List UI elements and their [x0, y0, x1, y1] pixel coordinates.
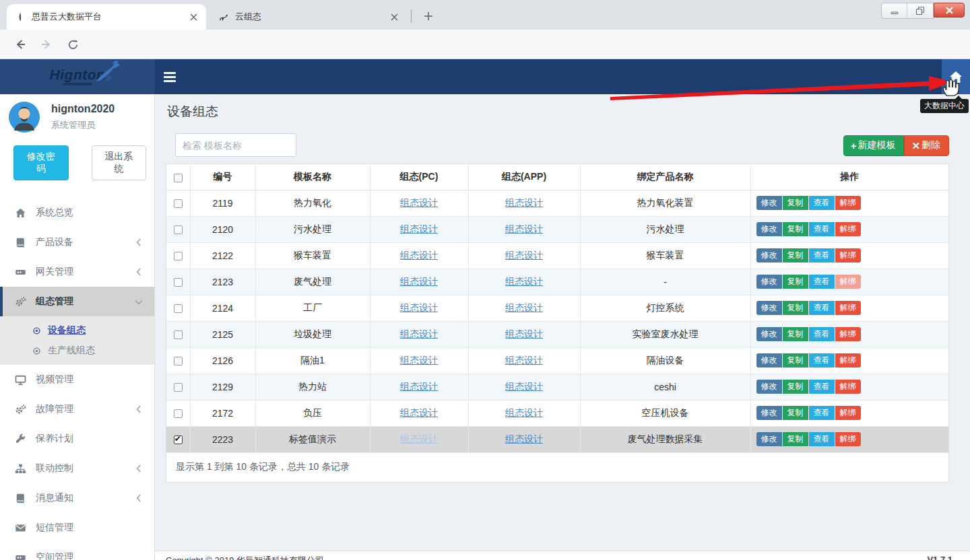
reload-button[interactable] — [63, 35, 82, 54]
copy-button[interactable]: 复制 — [783, 353, 808, 368]
sidebar-item-5[interactable]: 故障管理 — [0, 394, 154, 424]
row-checkbox[interactable] — [174, 252, 183, 260]
unbind-button[interactable]: 解绑 — [835, 353, 861, 368]
unbind-button[interactable]: 解绑 — [835, 301, 861, 315]
view-button[interactable]: 查看 — [809, 406, 835, 420]
copy-button[interactable]: 复制 — [783, 196, 808, 210]
view-button[interactable]: 查看 — [809, 196, 835, 210]
sidebar-item-8[interactable]: 消息通知 — [0, 483, 154, 513]
config-design-link-app[interactable]: 组态设计 — [505, 381, 543, 392]
window-restore-button[interactable] — [907, 3, 933, 18]
copy-button[interactable]: 复制 — [783, 248, 808, 262]
forward-button[interactable] — [37, 35, 56, 54]
copy-button[interactable]: 复制 — [783, 222, 808, 236]
config-design-link-app[interactable]: 组态设计 — [505, 302, 543, 313]
sidebar-item-0[interactable]: 系统总览 — [0, 198, 154, 228]
unbind-button[interactable]: 解绑 — [835, 275, 861, 289]
copy-button[interactable]: 复制 — [783, 406, 808, 420]
row-checkbox[interactable] — [174, 199, 183, 208]
config-design-link-pc[interactable]: 组态设计 — [400, 223, 438, 234]
copy-button[interactable]: 复制 — [783, 327, 808, 341]
back-button[interactable] — [11, 35, 30, 54]
config-design-link-app[interactable]: 组态设计 — [505, 407, 543, 418]
edit-button[interactable]: 修改 — [756, 353, 782, 368]
tab-inactive[interactable]: 云组态 — [210, 4, 407, 30]
sidebar-item-4[interactable]: 视频管理 — [0, 365, 154, 394]
edit-button[interactable]: 修改 — [756, 301, 782, 315]
tab-close-icon[interactable] — [187, 11, 199, 23]
edit-button[interactable]: 修改 — [756, 432, 782, 446]
config-design-link-app[interactable]: 组态设计 — [505, 328, 543, 339]
config-design-link-pc[interactable]: 组态设计 — [400, 407, 438, 418]
config-design-link-pc[interactable]: 组态设计 — [400, 433, 438, 444]
window-minimize-button[interactable] — [882, 3, 907, 18]
window-close-button[interactable] — [934, 3, 965, 18]
tab-active[interactable]: 思普云大数据平台 — [7, 4, 206, 30]
config-design-link-app[interactable]: 组态设计 — [505, 433, 543, 444]
config-design-link-app[interactable]: 组态设计 — [505, 355, 543, 365]
sidebar-item-3[interactable]: 组态管理 — [0, 287, 154, 316]
row-checkbox[interactable] — [174, 435, 183, 444]
row-checkbox[interactable] — [174, 330, 183, 339]
config-design-link-pc[interactable]: 组态设计 — [400, 381, 438, 392]
view-button[interactable]: 查看 — [809, 222, 835, 236]
edit-button[interactable]: 修改 — [756, 406, 782, 420]
edit-button[interactable]: 修改 — [756, 248, 782, 262]
edit-button[interactable]: 修改 — [756, 327, 782, 341]
select-all-checkbox[interactable] — [174, 174, 183, 182]
config-design-link-pc[interactable]: 组态设计 — [400, 302, 438, 313]
edit-button[interactable]: 修改 — [756, 380, 782, 394]
config-design-link-app[interactable]: 组态设计 — [505, 197, 543, 208]
sidebar-item-7[interactable]: 联动控制 — [0, 454, 154, 483]
sidebar-item-10[interactable]: 空间管理 — [0, 542, 154, 560]
unbind-button[interactable]: 解绑 — [835, 222, 861, 236]
row-checkbox[interactable] — [174, 357, 183, 365]
edit-button[interactable]: 修改 — [756, 222, 782, 236]
row-checkbox[interactable] — [174, 383, 183, 392]
user-avatar[interactable] — [8, 101, 40, 133]
config-design-link-app[interactable]: 组态设计 — [505, 223, 543, 234]
sidebar-item-6[interactable]: 保养计划 — [0, 424, 154, 454]
copy-button[interactable]: 复制 — [783, 380, 808, 394]
sidebar-subitem[interactable]: 生产线组态 — [0, 341, 154, 361]
edit-button[interactable]: 修改 — [756, 196, 782, 210]
config-design-link-app[interactable]: 组态设计 — [505, 250, 543, 260]
delete-button[interactable]: ✕删除 — [904, 135, 949, 156]
unbind-button[interactable]: 解绑 — [835, 406, 861, 420]
new-tab-button[interactable] — [419, 7, 438, 26]
row-checkbox[interactable] — [174, 278, 183, 287]
config-design-link-pc[interactable]: 组态设计 — [400, 355, 438, 365]
config-design-link-pc[interactable]: 组态设计 — [400, 250, 438, 260]
copy-button[interactable]: 复制 — [783, 275, 808, 289]
unbind-button[interactable]: 解绑 — [835, 380, 861, 394]
edit-button[interactable]: 修改 — [756, 275, 782, 289]
new-template-button[interactable]: +新建模板 — [843, 135, 905, 156]
copy-button[interactable]: 复制 — [783, 301, 808, 315]
view-button[interactable]: 查看 — [809, 432, 835, 446]
sidebar-item-9[interactable]: 短信管理 — [0, 513, 154, 542]
copy-button[interactable]: 复制 — [783, 432, 808, 446]
logout-button[interactable]: 退出系统 — [92, 145, 147, 180]
tab-close-icon[interactable] — [388, 11, 400, 23]
search-input[interactable] — [175, 133, 296, 157]
sidebar-subitem[interactable]: 设备组态 — [0, 320, 154, 341]
view-button[interactable]: 查看 — [809, 380, 835, 394]
sidebar-item-2[interactable]: 网关管理 — [0, 257, 154, 287]
config-design-link-app[interactable]: 组态设计 — [505, 276, 543, 287]
row-checkbox[interactable] — [174, 225, 183, 234]
config-design-link-pc[interactable]: 组态设计 — [400, 276, 438, 287]
config-design-link-pc[interactable]: 组态设计 — [400, 328, 438, 339]
unbind-button[interactable]: 解绑 — [835, 432, 861, 446]
unbind-button[interactable]: 解绑 — [835, 248, 861, 262]
view-button[interactable]: 查看 — [809, 327, 835, 341]
sidebar-item-1[interactable]: 产品设备 — [0, 228, 154, 257]
change-password-button[interactable]: 修改密码 — [13, 145, 69, 180]
view-button[interactable]: 查看 — [809, 353, 835, 368]
config-design-link-pc[interactable]: 组态设计 — [400, 197, 438, 208]
view-button[interactable]: 查看 — [809, 275, 835, 289]
row-checkbox[interactable] — [174, 304, 183, 313]
menu-toggle-icon[interactable] — [164, 70, 181, 85]
row-checkbox[interactable] — [174, 409, 183, 418]
unbind-button[interactable]: 解绑 — [835, 327, 861, 341]
view-button[interactable]: 查看 — [809, 248, 835, 262]
